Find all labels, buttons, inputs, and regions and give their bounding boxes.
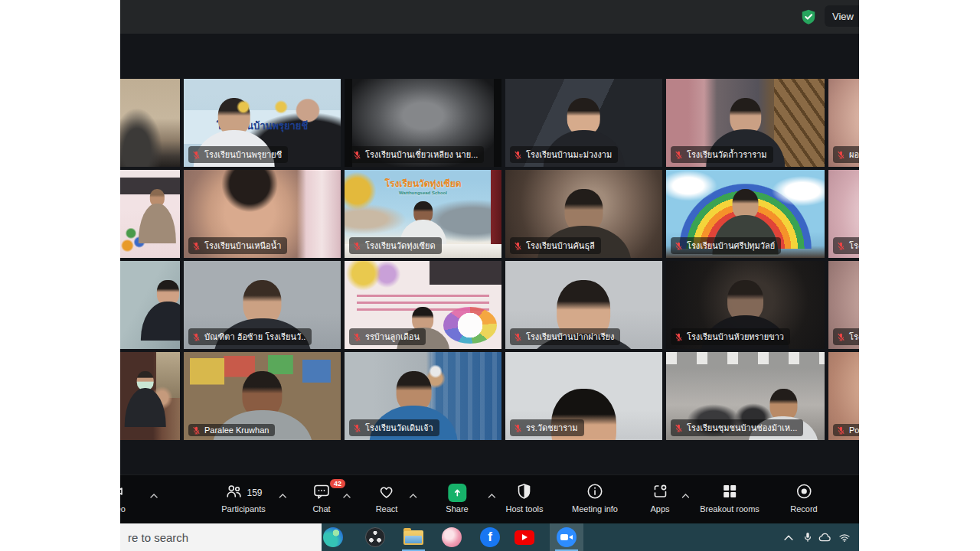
- participant-name-pill: รรบ้านลูกเดือน: [349, 328, 426, 345]
- participant-name-pill: โรงเรียนบ้านมะม่วงงาม: [510, 146, 618, 163]
- chevron-up-icon[interactable]: [488, 487, 495, 501]
- video-tile[interactable]: โรงเรียนบ้านเชี่ยวเหลียง นาย...: [345, 79, 501, 167]
- taskbar-app-file-explorer[interactable]: [397, 523, 430, 551]
- toolbar-button-label: Host tools: [506, 504, 544, 514]
- youtube-icon: [514, 530, 534, 545]
- toolbar-button-label: Share: [446, 504, 468, 514]
- mic-off-icon: [837, 426, 845, 435]
- mic-off-icon: [675, 333, 683, 341]
- mic-off-icon: [837, 151, 845, 159]
- video-tile[interactable]: โรงเรียนบ้านพรุยายชีโรงเรียนบ้านพรุยายชี: [184, 79, 341, 167]
- participant-name-pill: โรงเรียนวัดทุ่งเซียด: [349, 237, 442, 254]
- mic-off-icon: [675, 242, 683, 250]
- participant-name-pill: โรงเรียนชุมชนบ้านช่องม้าเห...: [671, 419, 803, 436]
- video-tile[interactable]: โรง: [828, 261, 859, 349]
- share-icon: [448, 484, 466, 502]
- participant-name: โรงเรียนบ้านเหนือน้ำ: [204, 239, 281, 253]
- video-tile[interactable]: รรบ้านลูกเดือน: [345, 261, 501, 349]
- host-tools-icon: [515, 482, 534, 504]
- participant-name: โรงเรียนบ้านคันธุลี: [526, 239, 595, 253]
- video-tile[interactable]: ผอ: [828, 79, 859, 167]
- video-tile[interactable]: โรงเรียนบ้านคันธุลี: [505, 170, 662, 258]
- mic-off-icon: [837, 333, 845, 341]
- participant-name-pill: โรงเรียนบ้านปากฝาเรียง: [510, 328, 620, 345]
- mic-off-icon: [192, 242, 201, 250]
- chevron-up-icon[interactable]: [279, 487, 286, 501]
- security-shield-icon[interactable]: [800, 8, 817, 25]
- video-tile[interactable]: โรงเรียนบ้านมะม่วงงาม: [505, 79, 662, 167]
- participant-name: ผอ: [849, 148, 859, 161]
- video-tile[interactable]: โรงเรียนวัดเดิมเจ้า: [345, 352, 501, 440]
- video-content: [666, 352, 825, 364]
- participant-name-pill: โรงเรียนบ้านศรีปทุมวัลย์: [671, 237, 781, 254]
- video-tile[interactable]: Po: [828, 352, 859, 440]
- taskbar-app-facebook[interactable]: f: [473, 523, 507, 551]
- mic-off-icon: [192, 333, 201, 341]
- taskbar-app-edge[interactable]: [316, 523, 350, 551]
- mic-off-icon: [353, 333, 361, 341]
- obs-icon: [365, 527, 385, 547]
- mic-off-icon: [514, 151, 522, 159]
- mic-off-icon: [514, 424, 522, 432]
- toolbar-button-label: Video: [120, 504, 126, 514]
- view-button[interactable]: View: [825, 5, 859, 27]
- video-tile[interactable]: Paralee Kruwhan: [184, 352, 341, 440]
- chevron-up-icon[interactable]: [343, 487, 351, 501]
- video-tile[interactable]: โรง: [828, 170, 859, 258]
- video-tile[interactable]: าม: [120, 352, 180, 440]
- participant-name: โรงเรียนชุมชนบ้านช่องม้าเห...: [687, 421, 797, 435]
- participant-name: โรงเรียนวัดถ้ำวราราม: [687, 148, 767, 161]
- video-tile[interactable]: บัณฑิตา ฮ้อซ้าย โรงเรียนวั..: [184, 261, 341, 349]
- video-tile[interactable]: [120, 170, 180, 258]
- mic-off-icon: [353, 151, 361, 159]
- meeting-topbar: View: [120, 0, 859, 34]
- pink-utility-icon: [442, 527, 462, 547]
- tray-wifi-icon[interactable]: [839, 523, 851, 551]
- toolbar-button-label: React: [376, 504, 398, 514]
- windows-taskbar: re to search f: [120, 523, 859, 551]
- edge-icon: [323, 527, 343, 547]
- chevron-up-icon[interactable]: [410, 487, 417, 501]
- taskbar-app-pink-utility[interactable]: [435, 523, 469, 551]
- participant-name-pill: โรงเรียนบ้านพรุยายชี: [188, 146, 288, 163]
- mic-off-icon: [514, 242, 522, 250]
- video-tile[interactable]: โรงเรียนบ้านเหนือน้ำ: [184, 170, 341, 258]
- participant-name-pill: โรงเรียนวัดถ้ำวราราม: [671, 146, 773, 163]
- tray-chevron-up-icon[interactable]: [784, 523, 794, 551]
- participants-count: 159: [247, 487, 262, 498]
- chevron-up-icon[interactable]: [150, 487, 158, 501]
- participant-name-pill: บัณฑิตา ฮ้อซ้าย โรงเรียนวั..: [188, 328, 312, 345]
- meeting-info-icon: [586, 482, 604, 504]
- toolbar-button-label: Apps: [650, 504, 669, 514]
- participant-name: โรง: [849, 239, 859, 253]
- tray-cloud-icon[interactable]: [818, 523, 831, 551]
- video-tile[interactable]: โรงเรียนบ้านศรีปทุมวัลย์: [666, 170, 825, 258]
- video-icon: [120, 482, 124, 504]
- mic-off-icon: [192, 426, 201, 435]
- taskbar-app-youtube[interactable]: [508, 523, 541, 551]
- record-icon: [795, 482, 813, 504]
- search-text: re to search: [128, 531, 188, 544]
- video-tile[interactable]: โรงเรียนชุมชนบ้านช่องม้าเห...: [666, 352, 825, 440]
- tray-mic-icon[interactable]: [803, 523, 812, 551]
- video-tile[interactable]: โรงเรียนวัดทุ่งเซียดWatthungsead Schoolโ…: [345, 170, 501, 258]
- mic-off-icon: [353, 424, 361, 432]
- video-tile[interactable]: โรงเรียนบ้านห้วยทรายขาว: [666, 261, 825, 349]
- video-tile[interactable]: [120, 79, 180, 167]
- taskbar-search-input[interactable]: re to search: [120, 523, 322, 551]
- participant-name: บัณฑิตา ฮ้อซ้าย โรงเรียนวั..: [204, 330, 305, 344]
- chevron-up-icon[interactable]: [681, 487, 689, 501]
- participant-name: โรงเรียนบ้านห้วยทรายขาว: [687, 330, 784, 344]
- video-grid: โรงเรียนบ้านพรุยายชีโรงเรียนบ้านพรุยายชี…: [120, 79, 859, 440]
- video-tile[interactable]: โรงเรียนวัดถ้ำวราราม: [666, 79, 825, 167]
- participant-name-pill: โรง: [833, 328, 859, 345]
- video-tile[interactable]: เรือ: [120, 261, 180, 349]
- participant-name-pill: โรงเรียนวัดเดิมเจ้า: [349, 419, 439, 436]
- taskbar-app-zoom[interactable]: [550, 523, 583, 551]
- video-tile[interactable]: รร.วัดชยาราม: [505, 352, 662, 440]
- participant-name: Paralee Kruwhan: [204, 425, 269, 435]
- taskbar-app-obs[interactable]: [358, 523, 392, 551]
- video-tile[interactable]: โรงเรียนบ้านปากฝาเรียง: [505, 261, 662, 349]
- participant-name-pill: Po: [833, 424, 859, 436]
- participant-name: โรงเรียนวัดทุ่งเซียด: [365, 239, 436, 253]
